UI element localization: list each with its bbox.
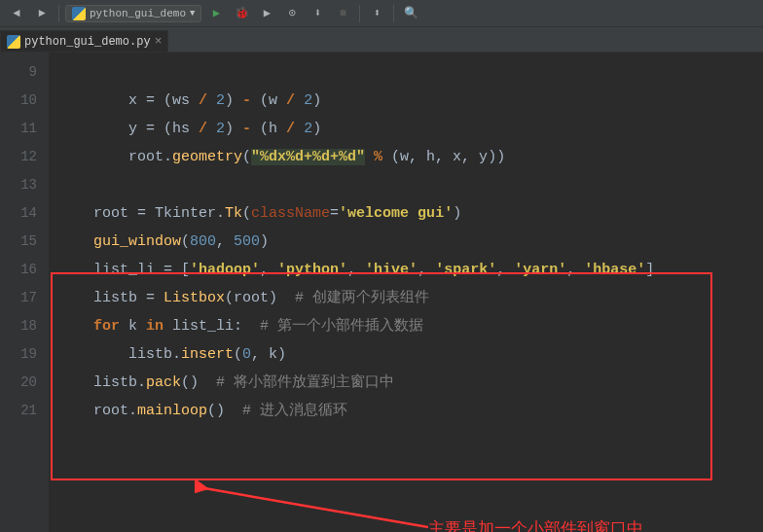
code-line: gui_window(800, 500) xyxy=(58,233,269,250)
close-icon[interactable]: × xyxy=(155,34,163,49)
line-number: 10 xyxy=(0,87,37,115)
separator xyxy=(359,5,360,22)
code-editor[interactable]: 9101112131415161718192021 x = (ws / 2) -… xyxy=(0,53,763,532)
line-number: 17 xyxy=(0,284,37,312)
back-icon[interactable]: ◄ xyxy=(6,3,27,24)
code-line: root = Tkinter.Tk(className='welcome gui… xyxy=(58,205,461,222)
line-number: 15 xyxy=(0,228,37,256)
line-number: 18 xyxy=(0,312,37,340)
line-number: 9 xyxy=(0,58,37,87)
chevron-down-icon: ▼ xyxy=(190,9,195,18)
code-area[interactable]: x = (ws / 2) - (w / 2) y = (hs / 2) - (h… xyxy=(49,53,763,532)
separator xyxy=(58,5,59,22)
search-icon[interactable]: 🔍 xyxy=(400,3,421,24)
forward-icon[interactable]: ► xyxy=(31,3,53,24)
python-icon xyxy=(7,35,20,49)
code-line: for k in list_li: # 第一个小部件插入数据 xyxy=(58,318,423,335)
code-line: y = (hs / 2) - (h / 2) xyxy=(58,121,321,137)
debug-icon[interactable]: 🐞 xyxy=(231,3,252,24)
toolbar: ◄ ► python_gui_demo ▼ ▶ 🐞 ▶ ⊙ ⬇ ■ ⬍ 🔍 xyxy=(0,0,763,27)
profile-icon[interactable]: ⊙ xyxy=(281,3,303,24)
line-number: 13 xyxy=(0,171,37,199)
code-line: listb.insert(0, k) xyxy=(58,346,286,363)
code-line: listb.pack() # 将小部件放置到主窗口中 xyxy=(58,374,394,391)
code-line: x = (ws / 2) - (w / 2) xyxy=(58,92,321,109)
attach-icon[interactable]: ⬇ xyxy=(307,3,328,24)
coverage-icon[interactable]: ▶ xyxy=(256,3,277,24)
tab-label: python_gui_demo.py xyxy=(24,35,151,49)
code-line: root.geometry("%dx%d+%d+%d" % (w, h, x, … xyxy=(58,149,505,165)
line-number: 20 xyxy=(0,369,37,397)
code-line: list_li = ['hadoop', 'python', 'hive', '… xyxy=(58,262,654,278)
line-number: 21 xyxy=(0,397,37,425)
code-line: listb = Listbox(root) # 创建两个列表组件 xyxy=(58,290,429,306)
vcs-icon[interactable]: ⬍ xyxy=(366,3,387,24)
tab-bar: python_gui_demo.py × xyxy=(0,27,763,53)
separator xyxy=(393,5,394,22)
python-icon xyxy=(72,7,86,20)
line-number: 14 xyxy=(0,199,37,228)
line-number: 12 xyxy=(0,143,37,171)
code-line: root.mainloop() # 进入消息循环 xyxy=(58,403,347,419)
file-tab[interactable]: python_gui_demo.py × xyxy=(0,30,168,52)
run-icon[interactable]: ▶ xyxy=(205,3,227,24)
line-number: 11 xyxy=(0,115,37,143)
stop-icon[interactable]: ■ xyxy=(332,3,353,24)
line-number: 16 xyxy=(0,256,37,284)
line-gutter: 9101112131415161718192021 xyxy=(0,53,49,532)
run-config-selector[interactable]: python_gui_demo ▼ xyxy=(65,5,201,22)
line-number: 19 xyxy=(0,340,37,369)
run-config-label: python_gui_demo xyxy=(90,8,186,19)
annotation-label: 主要是加一个小部件到窗口中 xyxy=(428,517,643,532)
